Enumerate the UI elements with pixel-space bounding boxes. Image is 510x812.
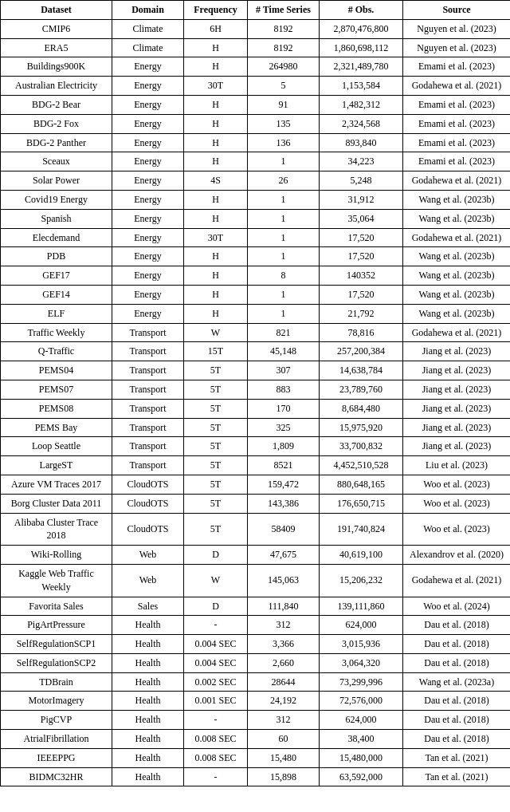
cell-10-2: H xyxy=(184,209,248,228)
cell-28-5: Godahewa et al. (2021) xyxy=(403,564,511,597)
cell-13-1: Energy xyxy=(112,266,184,286)
cell-5-4: 2,324,568 xyxy=(320,114,403,133)
cell-21-3: 325 xyxy=(248,418,320,437)
cell-20-3: 170 xyxy=(248,399,320,418)
table-row: SceauxEnergyH134,223Emami et al. (2023) xyxy=(1,152,511,171)
cell-23-2: 5T xyxy=(184,456,248,475)
cell-32-4: 3,064,320 xyxy=(320,653,403,672)
cell-13-5: Wang et al. (2023b) xyxy=(403,266,511,286)
cell-21-2: 5T xyxy=(184,418,248,437)
table-row: Buildings900KEnergyH2649802,321,489,780E… xyxy=(1,57,511,77)
cell-28-4: 15,206,232 xyxy=(320,564,403,597)
cell-18-1: Transport xyxy=(112,361,184,380)
cell-21-1: Transport xyxy=(112,418,184,437)
cell-8-5: Godahewa et al. (2021) xyxy=(403,171,511,191)
cell-31-3: 3,366 xyxy=(248,635,320,654)
cell-16-2: W xyxy=(184,323,248,342)
cell-6-0: BDG-2 Panther xyxy=(1,133,112,152)
cell-37-2: 0.008 SEC xyxy=(184,748,248,767)
cell-34-4: 72,576,000 xyxy=(320,692,403,711)
cell-38-0: BIDMC32HR xyxy=(1,767,112,786)
cell-22-2: 5T xyxy=(184,437,248,456)
cell-12-1: Energy xyxy=(112,247,184,266)
cell-6-1: Energy xyxy=(112,133,184,152)
cell-24-4: 880,648,165 xyxy=(320,475,403,494)
cell-27-0: Wiki-Rolling xyxy=(1,546,112,565)
cell-12-5: Wang et al. (2023b) xyxy=(403,247,511,266)
cell-36-1: Health xyxy=(112,730,184,749)
cell-38-2: - xyxy=(184,767,248,786)
cell-2-3: 264980 xyxy=(248,57,320,77)
table-row: PDBEnergyH117,520Wang et al. (2023b) xyxy=(1,247,511,266)
cell-7-5: Emami et al. (2023) xyxy=(403,152,511,171)
table-row: SelfRegulationSCP2Health0.004 SEC2,6603,… xyxy=(1,653,511,672)
cell-16-4: 78,816 xyxy=(320,323,403,342)
cell-18-3: 307 xyxy=(248,361,320,380)
cell-9-3: 1 xyxy=(248,190,320,209)
cell-23-1: Transport xyxy=(112,456,184,475)
cell-35-5: Dau et al. (2018) xyxy=(403,711,511,730)
column-header-frequency: Frequency xyxy=(184,1,248,20)
cell-12-0: PDB xyxy=(1,247,112,266)
cell-4-3: 91 xyxy=(248,95,320,114)
cell-9-0: Covid19 Energy xyxy=(1,190,112,209)
cell-24-3: 159,472 xyxy=(248,475,320,494)
cell-29-4: 139,111,860 xyxy=(320,597,403,616)
cell-30-5: Dau et al. (2018) xyxy=(403,616,511,635)
column-header-source: Source xyxy=(403,1,511,20)
cell-23-0: LargeST xyxy=(1,456,112,475)
cell-1-2: H xyxy=(184,38,248,57)
cell-16-5: Godahewa et al. (2021) xyxy=(403,323,511,342)
cell-25-4: 176,650,715 xyxy=(320,494,403,513)
cell-35-1: Health xyxy=(112,711,184,730)
cell-15-1: Energy xyxy=(112,304,184,323)
table-row: PEMS BayTransport5T32515,975,920Jiang et… xyxy=(1,418,511,437)
cell-27-4: 40,619,100 xyxy=(320,546,403,565)
cell-21-5: Jiang et al. (2023) xyxy=(403,418,511,437)
cell-15-2: H xyxy=(184,304,248,323)
cell-33-2: 0.002 SEC xyxy=(184,672,248,692)
cell-20-1: Transport xyxy=(112,399,184,418)
cell-1-3: 8192 xyxy=(248,38,320,57)
cell-20-5: Jiang et al. (2023) xyxy=(403,399,511,418)
table-row: BDG-2 FoxEnergyH1352,324,568Emami et al.… xyxy=(1,114,511,133)
cell-26-4: 191,740,824 xyxy=(320,513,403,546)
cell-26-1: CloudOTS xyxy=(112,513,184,546)
cell-31-4: 3,015,936 xyxy=(320,635,403,654)
cell-0-3: 8192 xyxy=(248,19,320,38)
cell-34-3: 24,192 xyxy=(248,692,320,711)
table-row: BDG-2 BearEnergyH911,482,312Emami et al.… xyxy=(1,95,511,114)
table-row: Q-TrafficTransport15T45,148257,200,384Ji… xyxy=(1,342,511,361)
cell-14-0: GEF14 xyxy=(1,285,112,304)
cell-3-3: 5 xyxy=(248,77,320,96)
cell-16-1: Transport xyxy=(112,323,184,342)
table-row: BIDMC32HRHealth-15,89863,592,000Tan et a… xyxy=(1,767,511,786)
cell-29-0: Favorita Sales xyxy=(1,597,112,616)
table-row: Covid19 EnergyEnergyH131,912Wang et al. … xyxy=(1,190,511,209)
cell-9-1: Energy xyxy=(112,190,184,209)
cell-23-5: Liu et al. (2023) xyxy=(403,456,511,475)
cell-35-2: - xyxy=(184,711,248,730)
table-row: ElecdemandEnergy30T117,520Godahewa et al… xyxy=(1,228,511,247)
cell-7-1: Energy xyxy=(112,152,184,171)
cell-36-5: Dau et al. (2018) xyxy=(403,730,511,749)
cell-38-3: 15,898 xyxy=(248,767,320,786)
table-row: AtrialFibrillationHealth0.008 SEC6038,40… xyxy=(1,730,511,749)
cell-20-2: 5T xyxy=(184,399,248,418)
cell-31-1: Health xyxy=(112,635,184,654)
table-row: Loop SeattleTransport5T1,80933,700,832Ji… xyxy=(1,437,511,456)
cell-15-3: 1 xyxy=(248,304,320,323)
cell-10-1: Energy xyxy=(112,209,184,228)
cell-5-0: BDG-2 Fox xyxy=(1,114,112,133)
cell-8-2: 4S xyxy=(184,171,248,191)
cell-38-5: Tan et al. (2021) xyxy=(403,767,511,786)
cell-12-4: 17,520 xyxy=(320,247,403,266)
cell-32-1: Health xyxy=(112,653,184,672)
table-row: SpanishEnergyH135,064Wang et al. (2023b) xyxy=(1,209,511,228)
cell-31-0: SelfRegulationSCP1 xyxy=(1,635,112,654)
cell-35-0: PigCVP xyxy=(1,711,112,730)
cell-14-3: 1 xyxy=(248,285,320,304)
cell-24-0: Azure VM Traces 2017 xyxy=(1,475,112,494)
cell-20-4: 8,684,480 xyxy=(320,399,403,418)
cell-19-0: PEMS07 xyxy=(1,380,112,399)
